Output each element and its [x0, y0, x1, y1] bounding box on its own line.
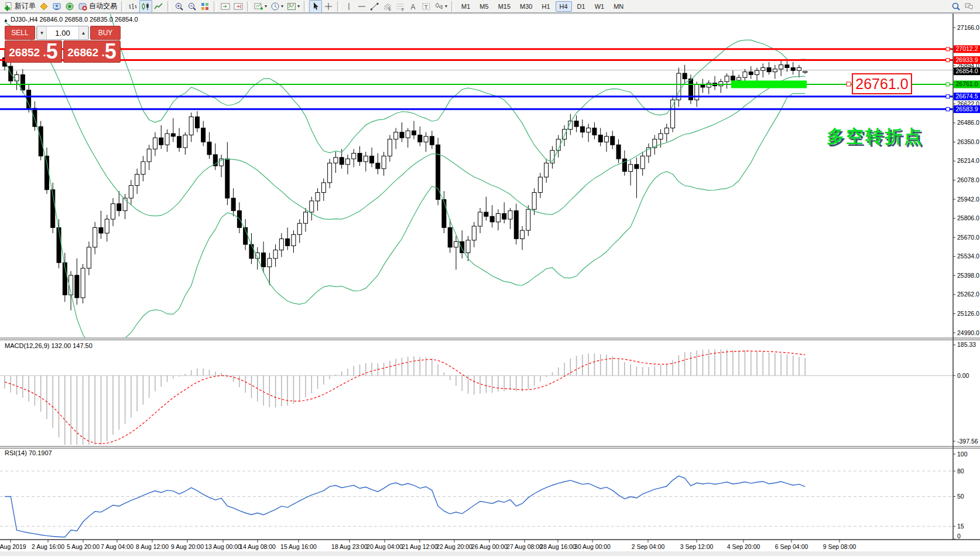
- buy-button[interactable]: BUY: [90, 26, 121, 40]
- shapes-button[interactable]: ▾: [433, 0, 449, 13]
- horizontal-line-button[interactable]: [355, 0, 368, 13]
- tile-windows-button[interactable]: [198, 0, 211, 13]
- line-chart-icon: [154, 2, 163, 11]
- timeframe-w1-button[interactable]: W1: [591, 1, 609, 12]
- symbol-title: ▲DJ30-,H4 26846.0 26858.0 26835.0 26854.…: [4, 16, 138, 23]
- fibo-icon: E: [383, 2, 392, 11]
- chat-icon: [964, 2, 974, 11]
- price-callout-text: 26761.0: [855, 76, 908, 92]
- volume-down-button[interactable]: ▼: [37, 26, 47, 39]
- auto-trading-button[interactable]: 自动交易: [76, 0, 119, 13]
- svg-text:26583.9: 26583.9: [956, 105, 978, 112]
- search-button[interactable]: [950, 0, 962, 13]
- timeframe-d1-button[interactable]: D1: [573, 1, 590, 12]
- rsi-axis-label: 50: [957, 493, 964, 500]
- periods-button[interactable]: ▾: [269, 0, 285, 13]
- line-chart-button[interactable]: [152, 0, 165, 13]
- signals-button[interactable]: [50, 0, 63, 13]
- autoscroll-button[interactable]: [219, 0, 232, 13]
- rsi-indicator-label: RSI(14) 70.1907: [5, 449, 52, 456]
- search-icon: [951, 2, 961, 11]
- text-label-button[interactable]: T: [420, 0, 433, 13]
- time-axis-label: 1 Aug 2019: [0, 543, 26, 550]
- time-axis-label: 26 Aug 00:00: [471, 543, 508, 550]
- chart-shift-icon: [234, 2, 243, 11]
- fibo-f-icon: F: [396, 2, 405, 11]
- crosshair-icon: [324, 2, 333, 11]
- sell-price-pips: 5: [46, 42, 58, 62]
- time-axis-label: 18 Aug 23:00: [331, 543, 368, 550]
- chat-button[interactable]: [962, 0, 975, 13]
- new-order-icon: [4, 2, 13, 11]
- candlestick-chart-button[interactable]: [139, 0, 152, 13]
- svg-text:26674.5: 26674.5: [956, 93, 978, 100]
- timeframe-m5-button[interactable]: M5: [475, 1, 492, 12]
- price-tick-label: 25398.0: [957, 272, 979, 279]
- rsi-axis-label: 15: [957, 523, 964, 530]
- templates-button[interactable]: ▾: [285, 0, 301, 13]
- sell-price: 26852 .: [9, 44, 46, 62]
- market-icon: [39, 2, 49, 11]
- tile-windows-icon: [200, 2, 210, 11]
- chart-canvas[interactable]: 26761.0多空转折点多空转折点27166.026894.026622.026…: [0, 0, 980, 556]
- line-anchor-handle[interactable]: [946, 107, 950, 111]
- rsi-axis-label: 0: [957, 533, 961, 540]
- zoom-out-button[interactable]: [186, 0, 198, 13]
- volume-input[interactable]: [47, 26, 78, 39]
- buy-price: 26862 .: [67, 44, 104, 62]
- macd-axis-label: 0.00: [957, 372, 969, 379]
- shapes-icon: [434, 2, 444, 11]
- sell-button[interactable]: SELL: [5, 26, 35, 40]
- svg-text:27012.2: 27012.2: [956, 45, 978, 52]
- timeframe-mn-button[interactable]: MN: [609, 1, 628, 12]
- timeframe-m15-button[interactable]: M15: [494, 1, 515, 12]
- zoom-in-button[interactable]: [173, 0, 186, 13]
- text-icon: A: [409, 2, 418, 11]
- sell-price-box[interactable]: 26852 .5: [5, 40, 62, 63]
- trendline-button[interactable]: [368, 0, 381, 13]
- line-anchor-handle[interactable]: [946, 47, 950, 51]
- signals-icon: [52, 2, 61, 11]
- line-anchor-handle[interactable]: [946, 95, 950, 98]
- fibo-retracement-button[interactable]: F: [394, 0, 407, 13]
- chart-shift-button[interactable]: [232, 0, 245, 13]
- fibo-expansion-button[interactable]: E: [381, 0, 394, 13]
- time-axis-label: 20 Aug 04:00: [366, 543, 403, 550]
- crosshair-button[interactable]: [322, 0, 335, 13]
- window-bottom-strip: [0, 551, 980, 556]
- svg-text:T: T: [424, 4, 428, 9]
- cursor-button[interactable]: [309, 0, 322, 13]
- macd-indicator-label: MACD(12,26,9) 132.00 147.50: [5, 342, 92, 349]
- callout-anchor[interactable]: [847, 82, 851, 86]
- price-tick-label: 25670.0: [957, 234, 979, 241]
- time-axis-label: 8 Aug 12:00: [136, 543, 169, 550]
- vertical-line-button[interactable]: [342, 0, 355, 13]
- timeframe-m1-button[interactable]: M1: [457, 1, 474, 12]
- time-axis-label: 3 Sep 12:00: [680, 543, 714, 550]
- time-axis-label: 30 Aug 00:00: [574, 543, 611, 550]
- timeframe-m30-button[interactable]: M30: [516, 1, 536, 12]
- highlight-rectangle[interactable]: [731, 80, 807, 88]
- auto-trading-label: 自动交易: [89, 1, 117, 11]
- annotation-text[interactable]: 多空转折点: [827, 127, 923, 146]
- new-chart-button[interactable]: ▾: [252, 0, 269, 13]
- svg-text:F: F: [402, 7, 404, 11]
- line-anchor-handle[interactable]: [946, 59, 950, 62]
- collapse-arrow-icon[interactable]: ▲: [4, 18, 8, 23]
- time-axis-label: 5 Aug 20:00: [67, 543, 100, 550]
- toolbar-separator: [247, 1, 250, 12]
- one-click-trade-panel: SELL ▼ ▲ BUY 26852 .5 26862 .5: [5, 26, 121, 63]
- toolbar-separator: [337, 1, 340, 12]
- timeframe-h4-button[interactable]: H4: [556, 1, 572, 12]
- new-order-button[interactable]: 新订单: [2, 0, 37, 13]
- price-tick-label: 25534.0: [957, 253, 979, 260]
- timeframe-h1-button[interactable]: H1: [537, 1, 554, 12]
- buy-price-box[interactable]: 26862 .5: [63, 40, 121, 63]
- market-button[interactable]: [37, 0, 50, 13]
- line-anchor-handle[interactable]: [946, 83, 950, 86]
- news-button[interactable]: [63, 0, 76, 13]
- text-button[interactable]: A: [407, 0, 420, 13]
- bar-chart-button[interactable]: [126, 0, 139, 13]
- rsi-axis-label: 80: [957, 468, 964, 475]
- volume-up-button[interactable]: ▲: [78, 26, 88, 39]
